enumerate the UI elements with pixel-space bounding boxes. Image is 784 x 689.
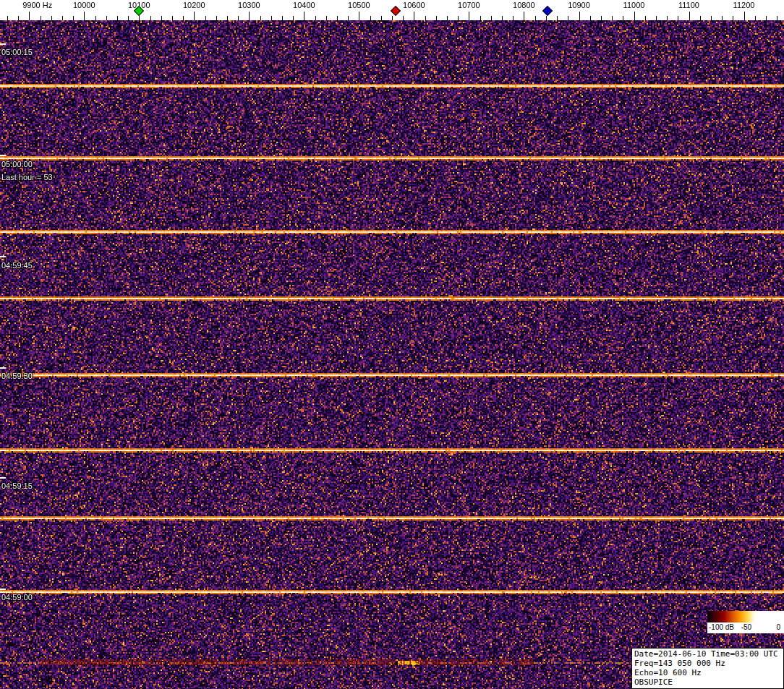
ruler-tick xyxy=(502,16,503,20)
ruler-tick xyxy=(348,16,349,20)
freq-tick-label: 11200 xyxy=(733,1,755,9)
event-detection-string: 20140610055405841r0rt58.nl/ 97 f10601/M2… xyxy=(40,658,534,667)
ruler-tick xyxy=(557,16,558,20)
ruler-tick xyxy=(172,16,173,20)
freq-tick-label: 10800 xyxy=(513,1,535,9)
ruler-tick xyxy=(689,12,690,20)
ruler-tick xyxy=(304,12,304,20)
ruler-tick xyxy=(359,12,359,20)
ruler-tick xyxy=(579,12,580,20)
ruler-tick xyxy=(227,16,228,20)
ruler-tick xyxy=(216,16,217,20)
ruler-tick xyxy=(623,16,623,20)
ruler-tick xyxy=(777,16,777,20)
spectrogram-canvas xyxy=(0,20,784,689)
colorbar-mid-label: -50 xyxy=(741,623,751,631)
marker-red-diamond[interactable] xyxy=(391,6,401,16)
ruler-tick xyxy=(425,16,426,20)
observation-info-box: Date=2014-06-10 Time=03:00 UTC Freq=143 … xyxy=(631,648,784,689)
ruler-tick xyxy=(612,16,613,20)
info-station-name: OBSUPICE xyxy=(634,677,781,687)
ruler-tick xyxy=(183,16,184,20)
freq-tick-label: 10400 xyxy=(293,1,315,9)
freq-tick-label: 10200 xyxy=(183,1,205,9)
freq-tick-label: 10500 xyxy=(348,1,370,9)
colorbar-max-label: 0 xyxy=(776,623,780,631)
ruler-tick xyxy=(755,16,756,20)
ruler-tick xyxy=(469,12,469,20)
ruler-tick xyxy=(403,16,404,20)
meteor-spectrogram-display: 9900 Hz100001010010200103001040010500106… xyxy=(0,0,784,689)
ruler-tick xyxy=(601,16,602,20)
ruler-tick xyxy=(271,16,272,20)
colorbar-gradient xyxy=(707,611,784,622)
ruler-tick xyxy=(7,16,8,20)
time-label: 05:00:00 xyxy=(1,160,33,168)
ruler-tick xyxy=(150,16,151,20)
info-frequency: Freq=143 050 000 Hz xyxy=(634,659,781,668)
ruler-tick xyxy=(249,12,250,20)
marker-blue-diamond[interactable] xyxy=(542,6,553,16)
colorbar-min-label: -100 dB xyxy=(709,623,734,631)
freq-tick-label: 10000 xyxy=(73,1,95,9)
ruler-tick xyxy=(568,16,568,20)
ruler-tick xyxy=(161,16,162,20)
ruler-tick xyxy=(414,12,414,20)
ruler-tick xyxy=(370,16,371,20)
freq-tick-label: 10700 xyxy=(458,1,480,9)
freq-tick-label: 10900 xyxy=(568,1,590,9)
ruler-tick xyxy=(95,16,96,20)
time-label: 04:59:00 xyxy=(1,593,33,602)
ruler-tick xyxy=(513,16,514,20)
freq-tick-label: 10300 xyxy=(238,1,260,9)
ruler-tick xyxy=(656,16,657,20)
frequency-ruler[interactable]: 9900 Hz100001010010200103001040010500106… xyxy=(0,0,784,20)
ruler-tick xyxy=(667,16,668,20)
ruler-tick xyxy=(634,12,635,20)
time-label: 04:59:15 xyxy=(1,482,33,490)
ruler-tick xyxy=(491,16,492,20)
last-hour-count: Last hour = 53 xyxy=(1,173,53,181)
ruler-tick xyxy=(117,16,118,20)
ruler-tick xyxy=(128,16,129,20)
ruler-tick xyxy=(73,16,74,20)
ruler-tick xyxy=(29,12,30,20)
freq-tick-label: 11100 xyxy=(678,1,699,9)
time-label: 04:59:30 xyxy=(1,372,33,380)
ruler-tick xyxy=(458,16,459,20)
ruler-tick xyxy=(194,12,195,20)
ruler-tick xyxy=(766,16,767,20)
time-offset-label: ^t+48 xyxy=(32,675,53,683)
freq-tick-label: 9900 Hz xyxy=(22,1,52,9)
ruler-tick xyxy=(447,16,448,20)
ruler-tick xyxy=(51,16,52,20)
ruler-tick xyxy=(315,16,316,20)
ruler-tick xyxy=(282,16,283,20)
ruler-tick xyxy=(535,16,536,20)
ruler-tick xyxy=(18,16,19,20)
ruler-tick xyxy=(436,16,437,20)
ruler-tick xyxy=(326,16,327,20)
ruler-tick xyxy=(238,16,239,20)
ruler-tick xyxy=(700,16,701,20)
ruler-tick xyxy=(744,12,745,20)
ruler-tick xyxy=(590,16,591,20)
ruler-tick xyxy=(260,16,261,20)
time-label: 04:59:45 xyxy=(1,261,33,270)
time-label: 05:00:15 xyxy=(1,48,33,56)
ruler-tick xyxy=(678,16,678,20)
ruler-tick xyxy=(84,12,85,20)
ruler-tick xyxy=(722,16,723,20)
ruler-tick xyxy=(381,16,382,20)
ruler-tick xyxy=(106,16,107,20)
freq-tick-label: 11000 xyxy=(623,1,645,9)
ruler-tick xyxy=(205,16,206,20)
info-date-time: Date=2014-06-10 Time=03:00 UTC xyxy=(634,649,781,659)
ruler-tick xyxy=(524,12,524,20)
ruler-tick xyxy=(62,16,63,20)
intensity-colorbar: -100 dB -50 0 xyxy=(707,611,784,633)
ruler-tick xyxy=(392,16,393,20)
ruler-tick xyxy=(711,16,712,20)
ruler-tick xyxy=(480,16,481,20)
ruler-tick xyxy=(337,16,338,20)
